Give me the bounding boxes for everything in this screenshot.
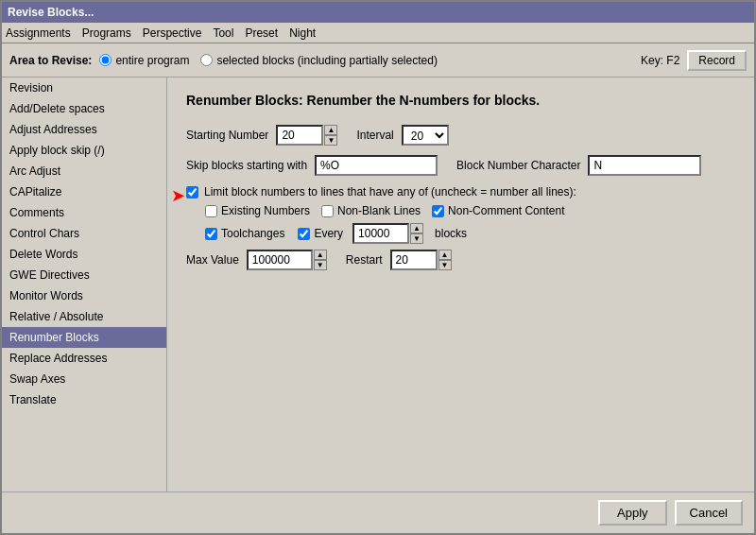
radio-entire-program-input[interactable] xyxy=(99,54,112,66)
annotation-arrow: ➤ xyxy=(171,185,185,206)
non-comment-label: Non-Comment Content xyxy=(448,204,564,217)
sidebar-item-capitalize[interactable]: CAPitalize xyxy=(2,181,166,202)
key-label: Key: F2 xyxy=(641,54,679,67)
sidebar-item-add-delete[interactable]: Add/Delete spaces xyxy=(2,98,166,119)
starting-number-down[interactable]: ▼ xyxy=(324,135,337,146)
key-area: Key: F2 Record xyxy=(641,50,747,71)
blocks-label: blocks xyxy=(435,227,467,240)
toolchanges-label: Toolchanges xyxy=(221,227,284,240)
title-bar: Revise Blocks... xyxy=(2,2,754,23)
starting-number-input[interactable] xyxy=(276,125,323,146)
existing-numbers-label: Existing Numbers xyxy=(221,204,310,217)
restart-input[interactable] xyxy=(390,250,438,270)
radio-entire-program[interactable]: entire program xyxy=(99,54,189,67)
existing-numbers-checkbox[interactable] xyxy=(205,205,217,217)
radio-entire-program-label: entire program xyxy=(115,54,189,67)
sidebar-item-revision[interactable]: Revision xyxy=(2,78,166,98)
restart-up[interactable]: ▲ xyxy=(438,250,452,260)
radio-group: entire program selected blocks (includin… xyxy=(99,54,641,67)
bottom-bar: Apply Cancel xyxy=(2,492,754,533)
max-value-row: Max Value ▲ ▼ Restart ▲ ▼ xyxy=(186,250,735,270)
content-title: Renumber Blocks: Renumber the N-numbers … xyxy=(186,93,735,108)
restart-label: Restart xyxy=(346,253,383,267)
interval-label: Interval xyxy=(356,129,393,142)
sidebar-item-monitor-words[interactable]: Monitor Words xyxy=(2,285,166,306)
restart-buttons: ▲ ▼ xyxy=(438,250,452,270)
sidebar-item-apply-block-skip[interactable]: Apply block skip (/) xyxy=(2,140,166,161)
sidebar-item-control-chars[interactable]: Control Chars xyxy=(2,223,166,244)
record-button[interactable]: Record xyxy=(687,50,747,71)
menu-bar: Assignments Programs Perspective Tool Pr… xyxy=(2,23,754,43)
sidebar-item-relative-absolute[interactable]: Relative / Absolute xyxy=(2,306,166,327)
starting-number-spinner: ▲ ▼ xyxy=(276,125,337,146)
non-comment-checkbox[interactable] xyxy=(432,205,444,217)
content-area: Renumber Blocks: Renumber the N-numbers … xyxy=(167,78,754,492)
limit-checkbox[interactable] xyxy=(186,186,198,198)
every-checkbox[interactable] xyxy=(298,228,310,240)
sidebar: Revision Add/Delete spaces Adjust Addres… xyxy=(2,78,167,492)
non-comment-item[interactable]: Non-Comment Content xyxy=(432,204,564,217)
every-spinner: ▲ ▼ xyxy=(352,223,423,244)
non-blank-lines-checkbox[interactable] xyxy=(321,205,334,217)
sidebar-item-replace-addresses[interactable]: Replace Addresses xyxy=(2,348,166,369)
interval-select[interactable]: 20 10 5 1 xyxy=(402,125,449,146)
every-down[interactable]: ▼ xyxy=(410,233,423,244)
restart-spinner: ▲ ▼ xyxy=(390,250,452,270)
skip-input[interactable] xyxy=(315,155,438,176)
radio-selected-blocks[interactable]: selected blocks (including partially sel… xyxy=(200,54,437,67)
menu-perspective[interactable]: Perspective xyxy=(143,26,202,40)
toolchanges-checkbox[interactable] xyxy=(205,228,217,240)
restart-down[interactable]: ▼ xyxy=(438,260,452,270)
menu-programs[interactable]: Programs xyxy=(82,26,131,40)
menu-preset[interactable]: Preset xyxy=(245,26,278,40)
apply-button[interactable]: Apply xyxy=(598,500,667,526)
skip-label: Skip blocks starting with xyxy=(186,159,307,172)
starting-number-up[interactable]: ▲ xyxy=(324,125,337,135)
starting-number-buttons: ▲ ▼ xyxy=(324,125,337,146)
max-value-spinner: ▲ ▼ xyxy=(247,250,327,270)
main-content: Revision Add/Delete spaces Adjust Addres… xyxy=(2,78,754,492)
every-up[interactable]: ▲ xyxy=(410,223,423,233)
cancel-button[interactable]: Cancel xyxy=(675,500,743,526)
sidebar-item-adjust-addresses[interactable]: Adjust Addresses xyxy=(2,119,166,140)
every-row: Toolchanges Every ▲ ▼ blocks xyxy=(205,223,735,244)
non-blank-lines-label: Non-Blank Lines xyxy=(337,204,421,217)
sidebar-item-arc-adjust[interactable]: Arc Adjust xyxy=(2,161,166,181)
radio-selected-blocks-input[interactable] xyxy=(200,54,213,66)
limit-label: Limit block numbers to lines that have a… xyxy=(204,185,576,198)
sidebar-item-delete-words[interactable]: Delete Words xyxy=(2,244,166,265)
existing-numbers-item[interactable]: Existing Numbers xyxy=(205,204,310,217)
menu-tool[interactable]: Tool xyxy=(213,26,233,40)
non-blank-lines-item[interactable]: Non-Blank Lines xyxy=(321,204,421,217)
sidebar-item-comments[interactable]: Comments xyxy=(2,202,166,223)
sidebar-item-swap-axes[interactable]: Swap Axes xyxy=(2,369,166,389)
radio-selected-blocks-label: selected blocks (including partially sel… xyxy=(216,54,437,67)
block-number-char-label: Block Number Character xyxy=(456,159,580,172)
starting-number-row: Starting Number ▲ ▼ Interval 20 10 5 1 xyxy=(186,125,735,146)
every-input[interactable] xyxy=(352,223,409,244)
window-title: Revise Blocks... xyxy=(8,6,94,19)
sidebar-item-renumber-blocks[interactable]: Renumber Blocks xyxy=(2,327,166,348)
max-value-down[interactable]: ▼ xyxy=(314,260,327,270)
max-value-buttons: ▲ ▼ xyxy=(314,250,327,270)
block-number-char-input[interactable] xyxy=(588,155,701,176)
main-window: Revise Blocks... Assignments Programs Pe… xyxy=(0,0,756,535)
sidebar-item-gwe[interactable]: GWE Directives xyxy=(2,265,166,285)
sub-checkboxes-row: Existing Numbers Non-Blank Lines Non-Com… xyxy=(205,204,735,217)
area-to-revise-label: Area to Revise: xyxy=(9,54,92,67)
limit-checkbox-row: ➤ Limit block numbers to lines that have… xyxy=(186,185,735,198)
menu-assignments[interactable]: Assignments xyxy=(6,26,71,40)
skip-blocks-row: Skip blocks starting with Block Number C… xyxy=(186,155,735,176)
every-item[interactable]: Every xyxy=(298,227,343,240)
every-buttons: ▲ ▼ xyxy=(410,223,423,244)
max-value-input[interactable] xyxy=(247,250,313,270)
max-value-up[interactable]: ▲ xyxy=(314,250,327,260)
max-value-label: Max Value xyxy=(186,253,239,267)
interval-spinner: 20 10 5 1 xyxy=(402,125,449,146)
toolchanges-item[interactable]: Toolchanges xyxy=(205,227,284,240)
menu-night[interactable]: Night xyxy=(289,26,316,40)
top-area: Area to Revise: entire program selected … xyxy=(2,43,754,78)
every-label: Every xyxy=(314,227,343,240)
sidebar-item-translate[interactable]: Translate xyxy=(2,389,166,410)
starting-number-label: Starting Number xyxy=(186,129,268,142)
